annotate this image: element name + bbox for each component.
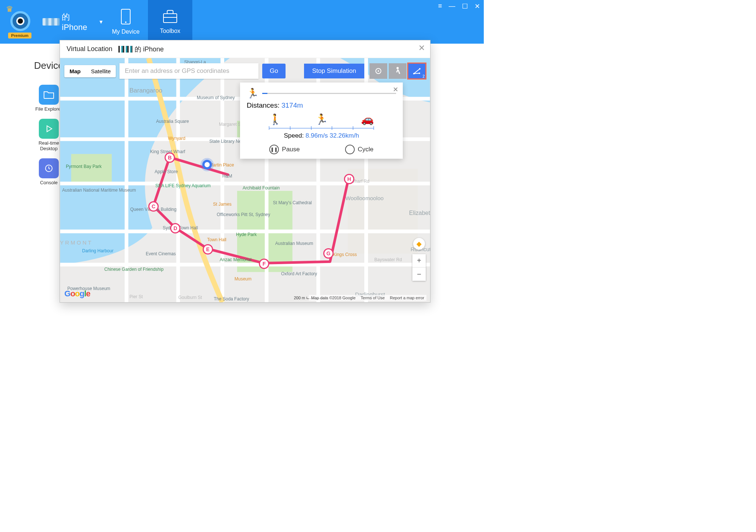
walk-mode-button[interactable]	[389, 63, 406, 79]
attribution-text: Map data ©2018 Google	[311, 296, 355, 300]
go-button[interactable]: Go	[262, 64, 286, 78]
close-icon[interactable]: ✕	[418, 43, 425, 53]
zoom-control: + −	[412, 254, 426, 281]
pegman-button[interactable]: ◆	[413, 238, 425, 250]
close-button[interactable]: ✕	[475, 2, 480, 10]
virtual-location-modal: Virtual Location 的 iPhone ✕	[60, 40, 431, 303]
mode-buttons: 2	[369, 63, 426, 79]
map-top-controls: Map Satellite Go Stop Simulation 2	[64, 63, 426, 79]
route-pin-c[interactable]: C	[148, 201, 159, 212]
tab-my-device[interactable]: My Device	[104, 0, 148, 44]
svg-marker-4	[47, 126, 52, 132]
close-icon[interactable]: ✕	[393, 85, 398, 94]
speed-readout: Speed: 8.96m/s 32.26km/h	[247, 132, 396, 139]
svg-point-1	[125, 21, 126, 23]
device-name-obscured	[118, 46, 132, 53]
speed-mode-icons: 🚶 🏃 🚗	[269, 113, 374, 125]
sidebar-item-realtime-desktop[interactable]: Real-time Desktop	[34, 119, 64, 152]
locate-button[interactable]	[369, 63, 387, 79]
premium-badge: Premium	[8, 33, 31, 38]
walk-icon[interactable]: 🚶	[269, 113, 282, 125]
zoom-out-button[interactable]: −	[412, 267, 426, 281]
map-type-switch: Map Satellite	[64, 65, 116, 77]
menu-icon[interactable]: ≡	[438, 2, 442, 10]
chevron-down-icon: ▼	[98, 19, 104, 25]
sidebar: Device File Explorer Real-time Desktop C…	[34, 60, 64, 185]
report-error-link[interactable]: Report a map error	[390, 296, 424, 300]
clock-icon	[39, 158, 59, 178]
search-input[interactable]	[119, 63, 259, 79]
device-dropdown[interactable]: 的 iPhone ▼	[43, 11, 104, 32]
svg-point-23	[378, 70, 379, 72]
target-icon	[374, 67, 382, 75]
zoom-in-button[interactable]: +	[412, 254, 426, 267]
logo-area: ♛ Premium 的 iPhone ▼	[0, 0, 104, 44]
route-icon	[412, 67, 421, 75]
pegman-icon: ◆	[416, 240, 422, 248]
play-icon	[39, 119, 59, 139]
speed-slider[interactable]	[269, 126, 374, 130]
map-label: Barangaroo	[129, 87, 162, 94]
device-icon	[118, 9, 133, 25]
stop-simulation-button[interactable]: Stop Simulation	[304, 64, 364, 78]
sidebar-heading: Device	[34, 60, 64, 71]
map-footer: Map data ©2018 Google Terms of Use Repor…	[309, 295, 426, 301]
cycle-button[interactable]: Cycle	[345, 145, 374, 154]
crown-icon: ♛	[6, 4, 13, 14]
simulation-info-panel: ✕ 🏃 Distances: 3174m 🚶 🏃 🚗 Speed: 8.96m/…	[240, 83, 403, 159]
sidebar-item-file-explorer[interactable]: File Explorer	[34, 85, 64, 112]
current-location-marker	[202, 160, 212, 169]
route-pin-b[interactable]: B	[165, 152, 175, 163]
sidebar-item-console[interactable]: Console	[34, 158, 64, 186]
route-pin-g[interactable]: G	[323, 248, 334, 259]
route-pin-e[interactable]: E	[203, 244, 213, 255]
app-header: ♛ Premium 的 iPhone ▼ My Device Toolbox ≡…	[0, 0, 484, 44]
distance-readout: Distances: 3174m	[247, 101, 396, 110]
tab-toolbox[interactable]: Toolbox	[148, 0, 192, 44]
runner-icon: 🏃	[247, 88, 259, 99]
run-icon[interactable]: 🏃	[315, 113, 328, 125]
maximize-button[interactable]: ☐	[462, 2, 468, 10]
folder-icon	[39, 85, 59, 105]
route-pin-d[interactable]: D	[170, 223, 180, 233]
progress-track[interactable]	[262, 93, 396, 94]
device-name-obscured	[43, 18, 60, 26]
terms-link[interactable]: Terms of Use	[361, 296, 385, 300]
walk-icon	[394, 67, 401, 75]
nav-tabs: My Device Toolbox	[104, 0, 192, 44]
route-pin-h[interactable]: H	[344, 174, 354, 184]
route-count-badge: 2	[422, 74, 425, 78]
map-type-map[interactable]: Map	[64, 65, 86, 77]
map[interactable]: Barangaroo Pyrmont Bay Park Australian N…	[60, 58, 430, 302]
map-type-satellite[interactable]: Satellite	[86, 65, 116, 77]
app-logo: ♛ Premium	[5, 6, 36, 38]
pause-icon: ❚❚	[269, 145, 279, 154]
route-pin-f[interactable]: F	[259, 259, 269, 269]
google-logo: Google	[64, 289, 90, 299]
window-controls: ≡ — ☐ ✕	[438, 2, 480, 10]
pause-button[interactable]: ❚❚ Pause	[269, 145, 300, 154]
svg-rect-2	[163, 14, 177, 23]
cycle-icon	[345, 145, 355, 154]
modal-title: Virtual Location 的 iPhone ✕	[60, 40, 430, 58]
route-mode-button[interactable]: 2	[408, 63, 426, 79]
toolbox-icon	[162, 9, 178, 24]
svg-point-24	[396, 67, 399, 69]
car-icon[interactable]: 🚗	[361, 113, 374, 125]
minimize-button[interactable]: —	[449, 2, 455, 10]
